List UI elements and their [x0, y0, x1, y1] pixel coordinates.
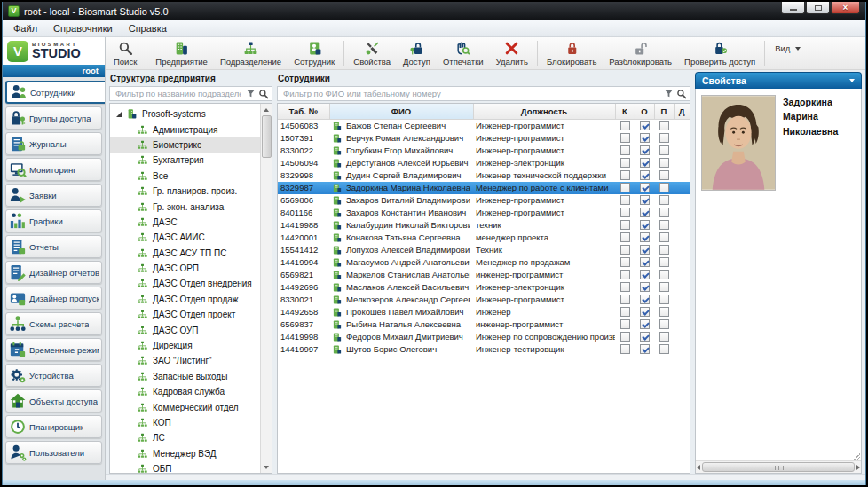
column-header[interactable]: Д: [674, 104, 690, 119]
employee-row[interactable]: 8330022Голубкин Егор МихайловичИнженер-п…: [278, 145, 690, 157]
checkbox-p[interactable]: [659, 270, 669, 279]
sidebar-item[interactable]: Отчеты: [5, 235, 102, 258]
resize-grip[interactable]: [854, 453, 860, 460]
properties-header[interactable]: Свойства: [695, 72, 862, 89]
tree-item[interactable]: КОП: [110, 415, 260, 430]
checkbox-p[interactable]: [659, 232, 669, 242]
employees-filter-input[interactable]: [281, 88, 661, 99]
employee-row[interactable]: 14506083Бажов Степан СергеевичИнженер-пр…: [278, 119, 690, 132]
checkbox-k[interactable]: [620, 145, 630, 155]
employee-row[interactable]: 14420001Конакова Татьяна Сергеевнаменедж…: [278, 232, 690, 244]
tree-item[interactable]: ДАЭС: [110, 215, 260, 230]
checkbox-o[interactable]: [640, 220, 650, 230]
toolbar-button[interactable]: Предприятие: [149, 38, 214, 68]
checkbox-k[interactable]: [620, 121, 630, 130]
menu-item-1[interactable]: Справочники: [45, 21, 121, 35]
sidebar-item[interactable]: Объекты доступа: [5, 389, 102, 412]
checkbox-p[interactable]: [659, 195, 669, 205]
tree-item[interactable]: Дирекция: [110, 338, 260, 353]
tree-item[interactable]: Коммерческий отдел: [110, 399, 260, 414]
toolbar-button[interactable]: Разблокировать: [603, 38, 678, 68]
tree-item[interactable]: Администрация: [110, 122, 260, 137]
scroll-up-button[interactable]: [261, 104, 272, 115]
column-header[interactable]: О: [635, 104, 654, 119]
employee-row[interactable]: 8329987Задоркина Марина НиколаевнаМенедж…: [278, 182, 690, 194]
employee-row[interactable]: 15541412Лопухов Алексей ВладимировичТехн…: [278, 244, 690, 256]
checkbox-k[interactable]: [620, 170, 630, 180]
checkbox-p[interactable]: [659, 183, 669, 192]
employee-row[interactable]: 8330021Мелкозеров Александр СергеевичИнж…: [278, 294, 690, 306]
sidebar-item[interactable]: Группы доступа: [5, 106, 102, 130]
org-filter-input[interactable]: [114, 88, 243, 99]
employee-row[interactable]: 1507391Берчук Роман АлександровичИнженер…: [278, 132, 690, 145]
checkbox-p[interactable]: [659, 295, 669, 304]
close-button[interactable]: ×: [831, 2, 860, 14]
checkbox-p[interactable]: [659, 332, 669, 342]
maximize-button[interactable]: [806, 2, 830, 14]
scroll-thumb[interactable]: [262, 115, 272, 158]
employee-row[interactable]: 6569821Маркелов Станислав Анатольевичинж…: [278, 269, 690, 281]
employee-row[interactable]: 14419998Федоров Михаил ДмитриевичИнженер…: [278, 331, 690, 343]
checkbox-o[interactable]: [640, 245, 650, 255]
sidebar-item[interactable]: Дизайнер отчетов: [5, 261, 102, 284]
sidebar-item[interactable]: Журналы: [5, 132, 102, 155]
checkbox-o[interactable]: [640, 319, 650, 329]
view-menu-button[interactable]: Вид.: [768, 38, 808, 68]
filter-search-icon[interactable]: [676, 89, 687, 99]
tree-item[interactable]: ДАЭС Отдел проект: [110, 307, 260, 322]
checkbox-o[interactable]: [640, 257, 650, 267]
toolbar-button[interactable]: Отпечатки: [437, 38, 490, 68]
checkbox-p[interactable]: [659, 208, 669, 217]
checkbox-o[interactable]: [640, 344, 650, 354]
tree-item[interactable]: ДАЭС ОРП: [110, 261, 260, 276]
employee-row[interactable]: 14419988Калабурдин Николай Викторовичтех…: [278, 219, 690, 232]
sidebar-item[interactable]: Планировщик: [5, 415, 102, 438]
tree-item[interactable]: Менеджер ВЭД: [110, 446, 260, 461]
checkbox-p[interactable]: [659, 319, 669, 329]
checkbox-p[interactable]: [659, 170, 669, 180]
expand-arrow-icon[interactable]: [116, 112, 122, 117]
employee-row[interactable]: 14506094Дерстуганов Алексей ЮрьевичИнжен…: [278, 157, 690, 169]
checkbox-k[interactable]: [620, 133, 630, 143]
checkbox-k[interactable]: [620, 307, 630, 317]
tree-item[interactable]: ДАЭС Отдел продаж: [110, 292, 260, 307]
checkbox-p[interactable]: [659, 121, 669, 130]
checkbox-o[interactable]: [640, 232, 650, 242]
tree-item[interactable]: ДАЭС АСУ ТП ПС: [110, 246, 260, 261]
checkbox-k[interactable]: [620, 220, 630, 230]
minimize-button[interactable]: [781, 2, 805, 14]
checkbox-o[interactable]: [640, 121, 650, 130]
checkbox-k[interactable]: [620, 282, 630, 292]
checkbox-o[interactable]: [640, 145, 650, 155]
column-header[interactable]: К: [615, 104, 635, 119]
scroll-thumb[interactable]: [702, 462, 855, 472]
collapse-icon[interactable]: [849, 79, 855, 82]
checkbox-o[interactable]: [640, 307, 650, 317]
tree-item[interactable]: Гр. экон. анализа: [110, 199, 260, 214]
checkbox-p[interactable]: [659, 133, 669, 143]
employee-row[interactable]: 14492658Прокошев Павел МихайловичИнженер: [278, 306, 690, 318]
toolbar-button[interactable]: Блокировать: [541, 38, 603, 68]
checkbox-p[interactable]: [659, 158, 669, 168]
tree-item[interactable]: Все: [110, 169, 260, 184]
checkbox-k[interactable]: [620, 195, 630, 205]
scroll-right-button[interactable]: [856, 465, 860, 470]
employee-row[interactable]: 14419997Шутов Борис ОлеговичИнженер-тест…: [278, 343, 690, 356]
tree-item[interactable]: Биометрикс: [110, 137, 260, 153]
checkbox-o[interactable]: [640, 170, 650, 180]
checkbox-k[interactable]: [620, 232, 630, 242]
column-header[interactable]: П: [654, 104, 674, 119]
checkbox-k[interactable]: [620, 295, 630, 304]
employee-row[interactable]: 8401166Захаров Константин ИвановичИнжене…: [278, 207, 690, 219]
employee-row[interactable]: 6569837Рыбина Наталья Алексеевнаинженер-…: [278, 318, 690, 331]
checkbox-k[interactable]: [620, 158, 630, 168]
sidebar-item[interactable]: Временные режимы: [5, 338, 102, 361]
checkbox-k[interactable]: [620, 208, 630, 217]
tree-item[interactable]: ЛС: [110, 430, 260, 445]
toolbar-button[interactable]: Доступ: [397, 38, 437, 68]
tree-item[interactable]: ДАЭС Отдел внедрения: [110, 276, 260, 291]
scroll-left-button[interactable]: [697, 465, 700, 470]
toolbar-button[interactable]: Проверить доступ: [678, 38, 761, 68]
checkbox-o[interactable]: [640, 270, 650, 279]
checkbox-o[interactable]: [640, 282, 650, 292]
